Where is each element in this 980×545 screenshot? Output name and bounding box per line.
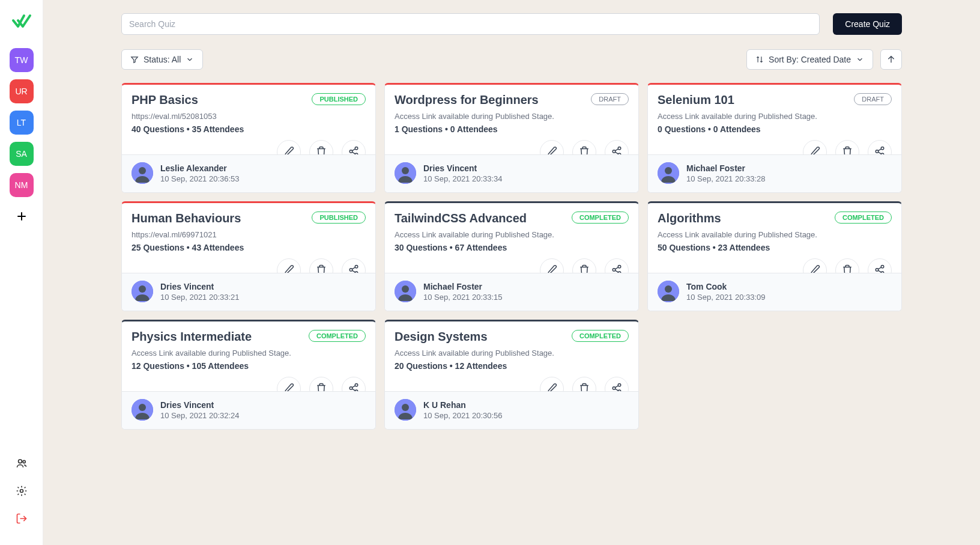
user-info: Dries Vincent 10 Sep, 2021 20:32:24	[160, 400, 240, 420]
user-avatar	[658, 281, 679, 302]
card-body: COMPLETED Algorithms Access Link availab…	[648, 203, 901, 258]
quiz-stats: 12 Questions • 105 Attendees	[132, 361, 366, 371]
logout-icon[interactable]	[12, 509, 31, 528]
svg-point-27	[402, 285, 409, 293]
card-footer: Michael Foster 10 Sep, 2021 20:33:15	[385, 273, 638, 311]
card-body: DRAFT Selenium 101 Access Link available…	[648, 85, 901, 140]
author-name: Michael Foster	[686, 163, 766, 173]
quiz-grid: PUBLISHED PHP Basics https://eval.ml/520…	[121, 83, 902, 430]
chevron-down-icon	[856, 55, 864, 64]
card-body: COMPLETED Design Systems Access Link ava…	[385, 321, 638, 377]
status-filter-label: Status: All	[144, 55, 181, 64]
workspace-badge[interactable]: NM	[10, 173, 34, 197]
card-body: COMPLETED TailwindCSS Advanced Access Li…	[385, 203, 638, 258]
card-footer: K U Rehan 10 Sep, 2021 20:30:56	[385, 391, 638, 429]
svg-point-38	[618, 383, 621, 386]
created-date: 10 Sep, 2021 20:32:24	[160, 411, 240, 420]
quiz-card[interactable]: COMPLETED TailwindCSS Advanced Access Li…	[384, 201, 639, 311]
workspace-badge[interactable]: UR	[10, 79, 34, 103]
quiz-stats: 25 Questions • 43 Attendees	[132, 243, 366, 252]
quiz-stats: 30 Questions • 67 Attendees	[395, 243, 629, 252]
user-avatar	[132, 399, 153, 421]
svg-point-28	[881, 265, 884, 268]
quiz-link: https://eval.ml/52081053	[132, 112, 366, 121]
card-footer: Dries Vincent 10 Sep, 2021 20:33:21	[122, 273, 375, 311]
created-date: 10 Sep, 2021 20:33:09	[686, 293, 766, 302]
svg-point-32	[665, 285, 672, 293]
author-name: Dries Vincent	[423, 163, 503, 173]
author-name: K U Rehan	[423, 400, 503, 410]
svg-point-23	[618, 265, 621, 268]
app-logo[interactable]	[10, 10, 34, 34]
card-body: COMPLETED Physics Intermediate Access Li…	[122, 321, 375, 377]
workspace-badge[interactable]: SA	[10, 142, 34, 166]
user-avatar	[395, 162, 416, 184]
add-workspace-button[interactable]	[10, 204, 34, 228]
sort-direction-button[interactable]	[880, 49, 902, 70]
workspace-badge[interactable]: TW	[10, 48, 34, 72]
quiz-card[interactable]: COMPLETED Design Systems Access Link ava…	[384, 320, 639, 430]
user-info: Leslie Alexander 10 Sep, 2021 20:36:53	[160, 163, 240, 183]
quiz-stats: 0 Questions • 0 Attendees	[658, 124, 892, 134]
search-input[interactable]	[121, 13, 820, 35]
svg-point-34	[349, 386, 352, 389]
sidebar-bottom	[12, 454, 31, 535]
quiz-card[interactable]: PUBLISHED PHP Basics https://eval.ml/520…	[121, 83, 376, 193]
user-info: K U Rehan 10 Sep, 2021 20:30:56	[423, 400, 503, 420]
svg-point-18	[355, 265, 358, 268]
status-badge: DRAFT	[591, 93, 629, 105]
svg-point-3	[355, 147, 358, 150]
svg-point-24	[612, 268, 616, 271]
created-date: 10 Sep, 2021 20:36:53	[160, 174, 240, 183]
create-quiz-button[interactable]: Create Quiz	[833, 13, 902, 35]
quiz-link: Access Link available during Published S…	[395, 349, 629, 358]
top-bar: Create Quiz	[121, 13, 902, 35]
user-avatar	[658, 162, 679, 184]
quiz-card[interactable]: DRAFT Wordpress for Beginners Access Lin…	[384, 83, 639, 193]
created-date: 10 Sep, 2021 20:33:15	[423, 293, 503, 302]
sort-icon	[755, 55, 764, 64]
quiz-card[interactable]: COMPLETED Physics Intermediate Access Li…	[121, 320, 376, 430]
svg-point-39	[612, 386, 616, 389]
user-avatar	[395, 281, 416, 302]
user-info: Dries Vincent 10 Sep, 2021 20:33:21	[160, 282, 240, 302]
created-date: 10 Sep, 2021 20:33:28	[686, 174, 766, 183]
quiz-link: Access Link available during Published S…	[658, 230, 892, 239]
filter-icon	[130, 55, 139, 64]
card-body: PUBLISHED Human Behaviours https://eval.…	[122, 203, 375, 258]
status-badge: DRAFT	[854, 93, 892, 105]
card-body: PUBLISHED PHP Basics https://eval.ml/520…	[122, 85, 375, 140]
user-avatar	[395, 399, 416, 421]
svg-point-4	[349, 150, 352, 153]
card-footer: Dries Vincent 10 Sep, 2021 20:33:34	[385, 154, 638, 192]
quiz-card[interactable]: COMPLETED Algorithms Access Link availab…	[647, 201, 902, 311]
svg-point-8	[618, 147, 621, 150]
user-info: Michael Foster 10 Sep, 2021 20:33:15	[423, 282, 503, 302]
quiz-stats: 1 Questions • 0 Attendees	[395, 124, 629, 134]
chevron-down-icon	[186, 55, 194, 64]
team-icon[interactable]	[12, 454, 31, 473]
controls-bar: Status: All Sort By: Created Date	[121, 49, 902, 70]
status-filter-button[interactable]: Status: All	[121, 49, 203, 70]
arrow-up-icon	[886, 55, 896, 64]
card-footer: Tom Cook 10 Sep, 2021 20:33:09	[648, 273, 901, 311]
svg-point-19	[349, 268, 352, 271]
quiz-card[interactable]: DRAFT Selenium 101 Access Link available…	[647, 83, 902, 193]
svg-point-42	[402, 404, 409, 411]
svg-point-29	[876, 268, 879, 271]
status-badge: COMPLETED	[309, 330, 366, 342]
quiz-card[interactable]: PUBLISHED Human Behaviours https://eval.…	[121, 201, 376, 311]
user-info: Michael Foster 10 Sep, 2021 20:33:28	[686, 163, 766, 183]
quiz-link: https://eval.ml/69971021	[132, 230, 366, 239]
svg-point-9	[612, 150, 616, 153]
sidebar: TWURLTSANM	[0, 0, 43, 545]
sidebar-top: TWURLTSANM	[10, 10, 34, 454]
status-badge: COMPLETED	[572, 212, 629, 224]
quiz-stats: 40 Questions • 35 Attendees	[132, 124, 366, 134]
created-date: 10 Sep, 2021 20:30:56	[423, 411, 503, 420]
settings-icon[interactable]	[12, 481, 31, 501]
quiz-link: Access Link available during Published S…	[132, 349, 366, 358]
svg-point-37	[139, 404, 146, 411]
sort-button[interactable]: Sort By: Created Date	[746, 49, 873, 70]
workspace-badge[interactable]: LT	[10, 111, 34, 135]
